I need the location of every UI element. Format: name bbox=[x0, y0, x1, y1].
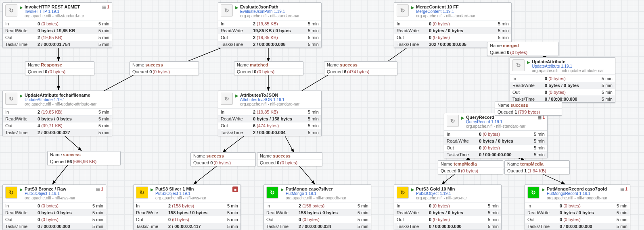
active-thread-count: ▦1 bbox=[620, 186, 627, 192]
connection-tempmedia-b[interactable]: NametempMedia Queued1(1,34 KB) bbox=[504, 160, 570, 174]
processor-title: PutMongoRecord caso7gold bbox=[547, 186, 619, 191]
run-status-icon: ▶ bbox=[411, 5, 414, 10]
run-status-icon: ▶ bbox=[411, 187, 414, 192]
processor-putmongo-silver[interactable]: ↻▶ PutMongo caso7silverPutMongo 1.19.1or… bbox=[263, 184, 371, 230]
processor-bundle: org.apache.nifi - nifi-standard-nar bbox=[240, 14, 319, 18]
processor-stats: In2 (19,85 KB)5 min Read/Write0 bytes / … bbox=[3, 108, 112, 136]
processor-mergecontent[interactable]: ↻▶ MergeContent 10 FFMergeContent 1.19.1… bbox=[394, 2, 512, 48]
processor-puts3-bronze[interactable]: ↻▶ PutS3 Bronze / RawPutS3Object 1.19.1o… bbox=[2, 184, 106, 230]
processor-type: PutS3Object 1.19.1 bbox=[25, 191, 94, 196]
processor-title: EvaluateJsonPath bbox=[240, 4, 319, 9]
processor-icon: ↻ bbox=[5, 4, 17, 17]
processor-type: PutS3Object 1.19.1 bbox=[416, 191, 499, 196]
connection-queued-label: Queued bbox=[28, 69, 44, 74]
processor-type: PutMongoRecord 1.19.1 bbox=[547, 191, 619, 196]
processor-icon: ↻ bbox=[136, 186, 148, 199]
svg-line-21 bbox=[541, 173, 565, 184]
processor-bundle: org.apache.nifi - nifi-aws-nar bbox=[155, 196, 231, 200]
processor-bundle: org.apache.nifi - nifi-standard-nar bbox=[466, 124, 536, 128]
svg-line-20 bbox=[442, 173, 456, 184]
active-thread-count: ▦1 bbox=[96, 186, 103, 192]
processor-title: PutMongo caso7silver bbox=[286, 186, 368, 191]
processor-puts3-silver[interactable]: ↻▶ PutS3 Silver 1 MinPutS3Object 1.19.1o… bbox=[133, 184, 241, 230]
processor-stats: In2 (158 bytes)5 min Read/Write158 bytes… bbox=[264, 202, 371, 230]
processor-type: InvokeHTTP 1.19.1 bbox=[25, 9, 100, 14]
flow-canvas[interactable]: { "procs":{ "invokehttp":{"title":"Invok… bbox=[0, 0, 644, 230]
connection-success-l[interactable]: Namesuccess Queued0(0 bytes) bbox=[190, 152, 256, 166]
processor-icon: ↻ bbox=[221, 93, 233, 105]
processor-icon: ↻ bbox=[397, 186, 409, 199]
processor-type: UpdateAttribute 1.19.1 bbox=[25, 97, 109, 102]
run-status-icon: ▶ bbox=[151, 187, 154, 192]
processor-stats: In0 (0 bytes)5 min Read/Write0 bytes / 0… bbox=[510, 75, 615, 102]
processor-bundle: org.apache.nifi - nifi-standard-nar bbox=[240, 102, 319, 106]
connection-queued-count: 0 bbox=[45, 69, 47, 74]
processor-putmongorecord-gold[interactable]: ↻▶ PutMongoRecord caso7goldPutMongoRecor… bbox=[525, 184, 630, 230]
svg-line-3 bbox=[52, 164, 69, 184]
active-thread-count: ▦1 bbox=[102, 4, 109, 10]
processor-bundle: org.apache.nifi - nifi-aws-nar bbox=[25, 196, 94, 200]
connection-success-6[interactable]: Namesuccess Queued6(474 bytes) bbox=[324, 61, 397, 75]
processor-stats: In2 (19,85 KB)5 min Read/Write19,85 KB /… bbox=[218, 20, 321, 48]
processor-icon: ↻ bbox=[266, 186, 278, 199]
processor-type: EvaluateJsonPath 1.19.1 bbox=[240, 9, 319, 14]
processor-bundle: org.apache.nifi - nifi-update-attribute-… bbox=[532, 68, 613, 73]
run-status-icon: ▶ bbox=[542, 187, 545, 192]
connection-matched[interactable]: Namematched Queued0(0 bytes) bbox=[234, 61, 303, 75]
processor-bundle: org.apache.nifi - nifi-mongodb-nar bbox=[286, 196, 368, 200]
run-status-icon: ▶ bbox=[235, 93, 238, 98]
run-status-icon: ▶ bbox=[20, 5, 23, 10]
connection-response[interactable]: NameResponse Queued0(0 bytes) bbox=[25, 61, 94, 75]
run-status-icon: ▶ bbox=[281, 187, 284, 192]
connection-queued-size: (0 bytes) bbox=[48, 69, 65, 74]
processor-title: UpdateAttribute fecha/filename bbox=[25, 93, 109, 97]
run-status-icon: ▶ bbox=[527, 60, 530, 64]
processor-invokehttp[interactable]: ↻ ▶ InvokeHTTP REST AEMET InvokeHTTP 1.1… bbox=[2, 2, 112, 48]
svg-line-12 bbox=[194, 165, 218, 184]
processor-type: AttributesToJSON 1.19.1 bbox=[240, 97, 319, 102]
processor-type: QueryRecord 1.19.1 bbox=[466, 120, 536, 124]
processor-type: MergeContent 1.19.1 bbox=[416, 9, 509, 14]
processor-attributestojson[interactable]: ↻▶ AttributesToJSONAttributesToJSON 1.19… bbox=[218, 91, 322, 136]
processor-puts3-gold[interactable]: ↻▶ PutS3 Gold 10 MinPutS3Object 1.19.1or… bbox=[394, 184, 502, 230]
processor-icon: ↻ bbox=[447, 115, 459, 127]
bulletin-icon[interactable]: ■ bbox=[232, 186, 238, 192]
processor-icon: ↻ bbox=[5, 93, 17, 105]
processor-title: AttributesToJSON bbox=[240, 93, 319, 97]
processor-icon: ↻ bbox=[527, 186, 539, 199]
processor-queryrecord[interactable]: ↻▶ QueryRecordQueryRecord 1.19.1org.apac… bbox=[444, 113, 548, 158]
connection-merged[interactable]: Namemerged Queued0(0 bytes) bbox=[487, 42, 558, 56]
processor-type: PutMongo 1.19.1 bbox=[286, 191, 368, 196]
connection-success-66[interactable]: Namesuccess Queued66(686,96 KB) bbox=[47, 151, 121, 165]
run-status-icon: ▶ bbox=[235, 5, 238, 10]
processor-icon: ↻ bbox=[221, 4, 233, 17]
connection-tempmedia-a[interactable]: NametempMedia Queued0(0 bytes) bbox=[438, 160, 503, 174]
run-status-icon: ▶ bbox=[461, 116, 464, 120]
processor-title: PutS3 Silver 1 Min bbox=[155, 186, 231, 191]
connection-success-a[interactable]: Namesuccess Queued0(0 bytes) bbox=[130, 61, 199, 75]
processor-evaluatejsonpath[interactable]: ↻▶ EvaluateJsonPathEvaluateJsonPath 1.19… bbox=[218, 2, 322, 48]
processor-icon: ↻ bbox=[5, 186, 17, 199]
processor-bundle: org.apache.nifi - nifi-standard-nar bbox=[25, 14, 100, 18]
run-status-icon: ▶ bbox=[20, 93, 23, 98]
run-status-icon: ▶ bbox=[20, 187, 23, 192]
processor-stats: In0 (0 bytes)5 min Read/Write0 bytes / 0… bbox=[394, 202, 501, 230]
processor-icon: ↻ bbox=[397, 4, 409, 17]
processor-title: MergeContent 10 FF bbox=[416, 4, 509, 9]
svg-line-13 bbox=[299, 165, 315, 184]
processor-stats: In0 (0 bytes)5 min Read/Write0 bytes / 1… bbox=[3, 20, 112, 48]
connection-success-r[interactable]: Namesuccess Queued0(0 bytes) bbox=[257, 152, 322, 166]
processor-stats: In2 (158 bytes)5 min Read/Write158 bytes… bbox=[134, 202, 240, 230]
processor-stats: In0 (0 bytes)5 min Read/Write0 bytes / 0… bbox=[444, 131, 547, 158]
processor-stats: In2 (19,85 KB)5 min Read/Write0 bytes / … bbox=[218, 108, 321, 136]
processor-bundle: org.apache.nifi - nifi-update-attribute-… bbox=[25, 102, 109, 106]
processor-bundle: org.apache.nifi - nifi-mongodb-nar bbox=[547, 196, 619, 200]
processor-bundle: org.apache.nifi - nifi-standard-nar bbox=[416, 14, 509, 18]
processor-icon: ↻ bbox=[512, 59, 525, 71]
processor-bundle: org.apache.nifi - nifi-aws-nar bbox=[416, 196, 499, 200]
processor-updateattribute[interactable]: ↻▶ UpdateAttributeUpdateAttribute 1.19.1… bbox=[510, 57, 615, 103]
processor-stats: In0 (0 bytes)5 min Read/Write0 bytes / 0… bbox=[3, 202, 106, 230]
processor-title: UpdateAttribute bbox=[532, 59, 613, 64]
processor-updateattribute-fecha[interactable]: ↻▶ UpdateAttribute fecha/filenameUpdateA… bbox=[2, 91, 112, 136]
connection-success-1[interactable]: Namesuccess Queued1(799 bytes) bbox=[495, 102, 562, 116]
